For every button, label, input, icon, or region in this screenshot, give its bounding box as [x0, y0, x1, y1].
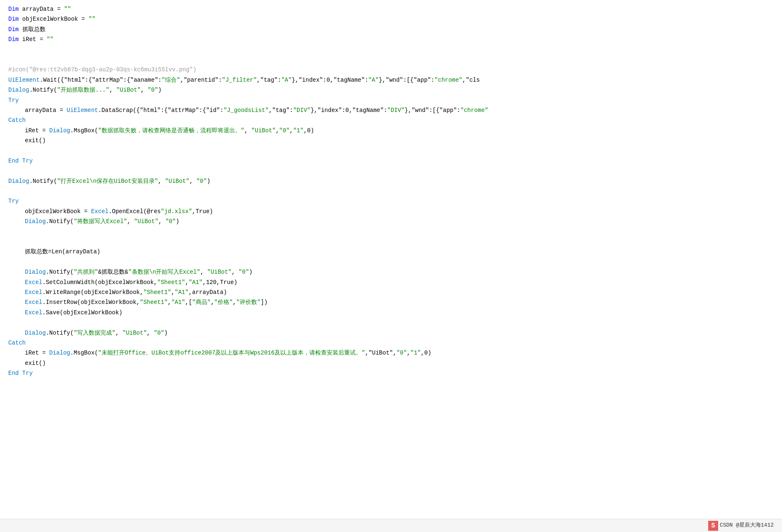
code-line-catch-2: Catch — [8, 338, 774, 348]
code-line-endtry-1b: End Try — [8, 156, 774, 166]
code-line-blank-5 — [8, 227, 774, 237]
code-line-blank-1 — [8, 45, 774, 55]
code-line-try-1: Try — [8, 95, 774, 105]
code-line-exit-1: exit() — [8, 136, 774, 146]
code-line-blank-8 — [8, 318, 774, 328]
keyword-dim-1: Dim — [8, 6, 19, 12]
code-line-endtry-2: End Try — [8, 368, 774, 378]
code-line-3: Dim 抓取总数 — [8, 24, 774, 34]
code-line-insertrow: Excel.InsertRow(objExcelWorkBook,"Sheet1… — [8, 297, 774, 307]
author-text: CSDN — [720, 521, 733, 530]
code-line-iret-1: iRet = Dialog.MsgBox("数据抓取失败，请检查网络是否通畅，流… — [8, 126, 774, 136]
code-line-dialog-4: Dialog.Notify("共抓到"&抓取总数&"条数据\n开始写入Excel… — [8, 267, 774, 277]
code-line-dialog-2: Dialog.Notify("打开Excel\n保存在UiBot安装目录", "… — [8, 176, 774, 186]
code-line-endtry-1 — [8, 146, 774, 155]
code-line-blank-3 — [8, 166, 774, 176]
bottom-bar: S CSDN @星辰大海1412 — [0, 519, 782, 532]
code-line-len: 抓取总数=Len(arrayData) — [8, 247, 774, 257]
code-container: Dim arrayData = "" Dim objExcelWorkBook … — [0, 0, 782, 532]
author-label — [733, 521, 736, 530]
code-line-excel-open: objExcelWorkBook = Excel.OpenExcel(@res"… — [8, 206, 774, 216]
code-line-writerange: Excel.WriteRange(objExcelWorkBook,"Sheet… — [8, 287, 774, 297]
code-line-blank-6 — [8, 237, 774, 247]
code-line-blank-2 — [8, 55, 774, 65]
code-line-exit-2: exit() — [8, 358, 774, 368]
code-line-catch-1: Catch — [8, 115, 774, 125]
code-line-blank-4 — [8, 186, 774, 196]
code-line-iret-2: iRet = Dialog.MsgBox("未能打开Office。UiBot支持… — [8, 348, 774, 358]
code-line-save: Excel.Save(objExcelWorkBook) — [8, 308, 774, 318]
code-line-blank-7 — [8, 257, 774, 267]
at-author: @星辰大海1412 — [736, 521, 774, 530]
code-line-2: Dim objExcelWorkBook = "" — [8, 14, 774, 24]
code-line-setcol: Excel.SetColumnWidth(objExcelWorkBook,"S… — [8, 277, 774, 287]
code-line-arraydata: arrayData = UiElement.DataScrap({"html":… — [8, 105, 774, 115]
code-line-dialog-3: Dialog.Notify("将数据写入Excel", "UiBot", "0"… — [8, 216, 774, 226]
code-line-4: Dim iRet = "" — [8, 34, 774, 44]
code-line-1: Dim arrayData = "" — [8, 4, 774, 14]
code-line-dialog-5: Dialog.Notify("写入数据完成", "UiBot", "0") — [8, 328, 774, 338]
code-line-uielement: UiElement.Wait({"html":{"attrMap":{"aana… — [8, 75, 774, 85]
code-line-comment: #icon("@res:tt2vb67b-dqg3-au2p-03qs-kc6m… — [8, 65, 774, 75]
csdn-s-icon: S — [708, 521, 718, 531]
code-line-try-2: Try — [8, 196, 774, 206]
code-line-dialog-1: Dialog.Notify("开始抓取数据...", "UiBot", "0") — [8, 85, 774, 95]
